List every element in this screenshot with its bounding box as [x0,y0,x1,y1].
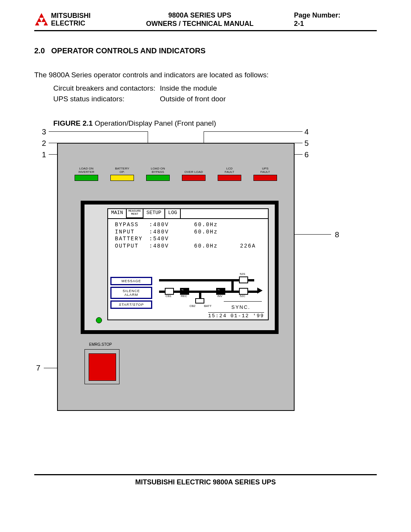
led-indicator-row: LOAD ONINVERTER BATTERYOP. LOAD ONBYPASS… [58,167,294,181]
lcd-tab-bar: MAIN MEASUREMENT SETUP LOG [108,209,268,219]
emrg-stop-label: EMRG.STOP [89,342,112,347]
soft-btn-start-stop[interactable]: START/STOP [110,300,152,309]
emergency-stop-button[interactable] [84,349,119,384]
svg-marker-9 [39,13,43,18]
led-load-on-inverter: LOAD ONINVERTER [73,167,100,181]
lcd-tab-measurement[interactable]: MEASUREMENT [127,209,143,218]
page-number-label: Page Number: [294,11,377,20]
lcd-tab-setup[interactable]: SETUP [143,209,165,218]
soft-btn-silence-alarm[interactable]: SILENCEALARM [110,287,152,299]
callout-6: 6 [304,150,309,159]
callout-3: 3 [42,128,46,136]
figure-caption: FIGURE 2.1 Operation/Display Panel (Fron… [53,119,377,128]
page-number-value: 2-1 [294,20,377,28]
one-line-diagram: 52S CB1 ~ REC ~ INV [155,277,266,311]
brand-line2: ELECTRIC [51,20,91,27]
power-indicator-icon [96,317,102,323]
svg-marker-12 [44,21,48,26]
page-footer: MITSUBISHI ELECTRIC 9800A SERIES UPS [34,474,377,486]
lcd-tab-log[interactable]: LOG [165,209,181,218]
lcd-readings: BYPASS: 480V 60.0Hz INPUT: 480V 60.0Hz [108,219,268,252]
figure-panel: 3 2 1 4 5 6 8 7 [30,131,373,413]
manual-title-1: 9800A SERIES UPS [117,11,283,20]
callout-4: 4 [304,128,309,136]
intro-text: The 9800A Series operator controls and i… [34,70,377,81]
led-lcd-fault: LCDFAULT [216,167,243,181]
brand-line1: MITSUBISHI [51,12,91,20]
ups-front-panel: LOAD ONINVERTER BATTERYOP. LOAD ONBYPASS… [57,143,295,411]
led-overload: OVER LOAD [180,167,207,181]
location-row-2: UPS status indicators: Outside of front … [53,94,377,105]
lcd-timestamp: 15:24 01-12 '99 [208,312,264,319]
lcd-bezel: MAIN MEASUREMENT SETUP LOG BYPASS: 480V … [81,201,279,334]
callout-8: 8 [335,230,339,239]
location-row-1: Circuit breakers and contactors: Inside … [53,83,377,94]
callout-2: 2 [42,139,46,148]
led-load-on-bypass: LOAD ONBYPASS [145,167,171,181]
callout-5: 5 [304,139,309,148]
callout-1: 1 [42,150,46,159]
section-heading: 2.0 OPERATOR CONTROLS AND INDICATORS [34,46,377,55]
page-header: MITSUBISHI ELECTRIC 9800A SERIES UPS OWN… [34,11,377,31]
lcd-tab-main[interactable]: MAIN [108,209,127,218]
mitsubishi-logo-icon [34,13,49,26]
manual-title-2: OWNERS / TECHNICAL MANUAL [117,20,283,28]
soft-btn-message[interactable]: MESSAGE [110,277,152,285]
lcd-screen[interactable]: MAIN MEASUREMENT SETUP LOG BYPASS: 480V … [107,208,269,320]
svg-marker-11 [35,21,39,26]
led-battery-op: BATTERYOP. [109,167,135,181]
callout-7: 7 [36,364,40,372]
led-ups-fault: UPSFAULT [252,167,279,181]
